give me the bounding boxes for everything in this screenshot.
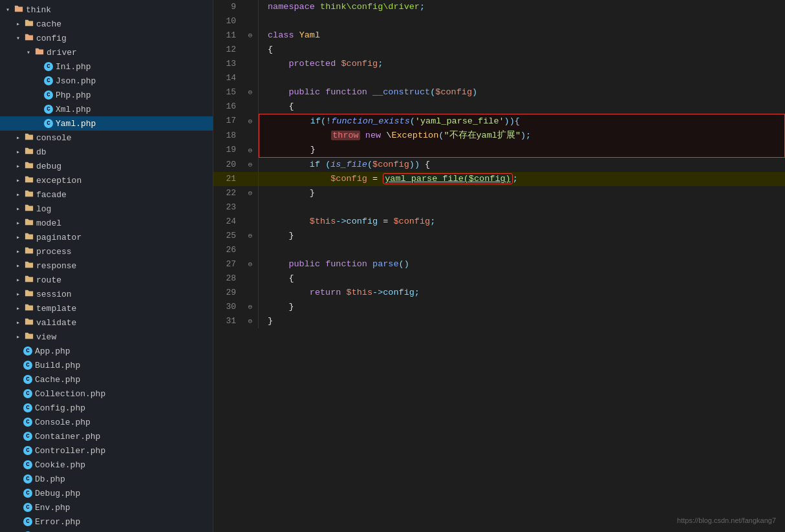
sidebar-item-App.php[interactable]: CApp.php — [0, 344, 213, 358]
sidebar-item-console[interactable]: ▸console — [0, 131, 213, 145]
sidebar-item-facade[interactable]: ▸facade — [0, 187, 213, 202]
folder-closed-arrow: ▸ — [13, 233, 23, 241]
sidebar-item-label: Controller.php — [35, 446, 105, 456]
sidebar-item-Container.php[interactable]: CContainer.php — [0, 429, 213, 443]
sidebar-item-label: route — [36, 275, 61, 285]
folder-icon — [23, 274, 35, 286]
sidebar-item-label: Cookie.php — [35, 460, 85, 470]
folder-closed-arrow: ▸ — [13, 262, 23, 270]
sidebar-item-response[interactable]: ▸response — [0, 259, 213, 273]
sidebar-item-validate[interactable]: ▸validate — [0, 315, 213, 330]
sidebar-item-Xml.php[interactable]: CXml.php — [0, 102, 213, 116]
sidebar-item-Build.php[interactable]: CBuild.php — [0, 358, 213, 372]
php-file-icon: C — [23, 389, 32, 398]
php-file-icon: C — [23, 446, 32, 455]
folder-closed-arrow: ▸ — [13, 134, 23, 142]
folder-closed-arrow: ▸ — [13, 219, 23, 227]
sidebar-item-label: response — [36, 261, 76, 271]
php-file-icon: C — [23, 503, 32, 512]
sidebar-item-label: db — [36, 147, 47, 157]
code-line-31: 31 ⊖ } — [213, 314, 785, 328]
sidebar-item-Json.php[interactable]: CJson.php — [0, 74, 213, 88]
sidebar-item-label: Ini.php — [56, 62, 91, 72]
sidebar-item-label: Db.php — [35, 474, 65, 484]
sidebar-item-view[interactable]: ▸view — [0, 330, 213, 344]
folder-icon — [23, 317, 35, 328]
code-line-13: 13 protected $config; — [213, 57, 785, 71]
php-file-icon: C — [23, 418, 32, 427]
sidebar-item-log[interactable]: ▸log — [0, 202, 213, 216]
sidebar-item-template[interactable]: ▸template — [0, 301, 213, 315]
folder-icon — [23, 175, 35, 186]
sidebar-item-Yaml.php[interactable]: CYaml.php — [0, 116, 213, 131]
sidebar-item-Cookie.php[interactable]: CCookie.php — [0, 458, 213, 472]
php-file-icon: C — [23, 346, 32, 356]
sidebar-item-Env.php[interactable]: CEnv.php — [0, 500, 213, 515]
sidebar-item-label: session — [36, 290, 72, 299]
sidebar-item-label: debug — [36, 162, 61, 171]
code-line-12: 12 { — [213, 43, 785, 57]
folder-icon — [23, 231, 35, 243]
php-file-icon: C — [23, 432, 32, 441]
php-file-icon: C — [23, 489, 32, 498]
sidebar-item-Error.php[interactable]: CError.php — [0, 515, 213, 529]
sidebar-item-label: template — [36, 304, 76, 314]
sidebar-item-Collection.php[interactable]: CCollection.php — [0, 387, 213, 401]
folder-icon — [23, 217, 35, 229]
file-tree[interactable]: ▾think▸cache▾config▾driverCIni.phpCJson.… — [0, 0, 213, 532]
sidebar-item-exception[interactable]: ▸exception — [0, 173, 213, 187]
sidebar-item-session[interactable]: ▸session — [0, 287, 213, 301]
folder-open-arrow: ▾ — [3, 6, 13, 14]
sidebar-item-model[interactable]: ▸model — [0, 216, 213, 230]
folder-icon — [23, 146, 35, 158]
sidebar-item-Php.php[interactable]: CPhp.php — [0, 88, 213, 102]
sidebar-item-cache[interactable]: ▸cache — [0, 17, 213, 31]
folder-icon — [23, 203, 35, 215]
sidebar-item-label: view — [36, 332, 56, 342]
sidebar-item-Debug.php[interactable]: CDebug.php — [0, 486, 213, 500]
code-line-10: 10 — [213, 14, 785, 28]
sidebar-item-Console.php[interactable]: CConsole.php — [0, 415, 213, 429]
sidebar-item-Ini.php[interactable]: CIni.php — [0, 59, 213, 74]
code-line-29: 29 return $this->config; — [213, 286, 785, 300]
sidebar-item-Config.php[interactable]: CConfig.php — [0, 401, 213, 415]
code-line-19: 19 ⊖ } — [213, 143, 785, 158]
sidebar-item-paginator[interactable]: ▸paginator — [0, 230, 213, 244]
sidebar-item-label: Build.php — [35, 361, 80, 370]
sidebar-item-process[interactable]: ▸process — [0, 244, 213, 259]
sidebar-item-db[interactable]: ▸db — [0, 145, 213, 159]
sidebar-item-label: model — [36, 218, 61, 228]
sidebar-item-Controller.php[interactable]: CController.php — [0, 443, 213, 458]
folder-closed-arrow: ▸ — [13, 148, 23, 156]
sidebar-item-label: Console.php — [35, 418, 91, 427]
sidebar-item-Exception.php[interactable]: CException.php — [0, 529, 213, 532]
php-file-icon: C — [23, 361, 32, 370]
sidebar-item-label: driver — [47, 48, 77, 58]
sidebar-item-config[interactable]: ▾config — [0, 31, 213, 45]
code-line-30: 30 ⊖ } — [213, 300, 785, 314]
sidebar-item-label: cache — [36, 19, 61, 29]
sidebar-item-Db.php[interactable]: CDb.php — [0, 472, 213, 486]
sidebar-item-label: facade — [36, 190, 67, 200]
sidebar-item-driver[interactable]: ▾driver — [0, 45, 213, 59]
code-line-26: 26 — [213, 243, 785, 257]
code-line-18: 18 throw new \Exception("不存在yaml扩展"); — [213, 129, 785, 143]
sidebar-item-label: console — [36, 133, 72, 143]
sidebar-item-label: process — [36, 247, 72, 257]
sidebar-item-think[interactable]: ▾think — [0, 3, 213, 17]
php-file-icon: C — [23, 517, 32, 526]
sidebar-item-label: paginator — [36, 233, 81, 242]
folder-closed-arrow: ▸ — [13, 276, 23, 284]
code-line-20: 20 ⊖ if (is_file($config)) { — [213, 158, 785, 172]
sidebar-item-route[interactable]: ▸route — [0, 273, 213, 287]
sidebar-item-label: Config.php — [35, 403, 85, 413]
sidebar-item-debug[interactable]: ▸debug — [0, 159, 213, 173]
sidebar-item-Cache.php[interactable]: CCache.php — [0, 372, 213, 387]
code-line-9: 9 namespace think\config\driver; — [213, 0, 785, 14]
code-line-11: 11 ⊖ class Yaml — [213, 28, 785, 43]
code-line-14: 14 — [213, 71, 785, 85]
php-file-icon: C — [44, 76, 53, 85]
folder-closed-arrow: ▸ — [13, 304, 23, 312]
php-file-icon: C — [23, 403, 32, 412]
folder-icon — [23, 18, 35, 30]
